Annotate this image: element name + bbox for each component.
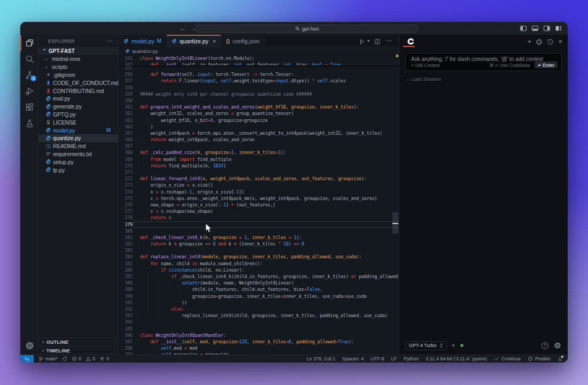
close-tab-icon[interactable]: × xyxy=(213,38,216,44)
command-center-search[interactable]: gpt-fast xyxy=(196,25,418,33)
file-item-quantize.py[interactable]: quantize.py xyxy=(38,134,118,142)
status-3-11-4-64-bit-3-11-4[interactable]: 3.11.4 64-bit ('3.11.4': pyenv) xyxy=(425,356,487,361)
code-area[interactable]: 355356 def forward(self, input: torch.Te… xyxy=(119,55,399,355)
file-item-requirements.txt[interactable]: requirements.txt xyxy=(38,150,118,158)
file-item-generate.py[interactable]: generate.py xyxy=(38,103,118,111)
status-0[interactable]: 0 xyxy=(72,356,81,361)
diamond-file-icon xyxy=(45,72,51,78)
activity-source-control[interactable]: 1 xyxy=(20,67,38,83)
file-item-eval.py[interactable]: eval.py xyxy=(38,95,118,103)
line-number: 356 xyxy=(119,71,133,78)
status-label: Prettier xyxy=(535,356,551,361)
file-item-mixtral-moe[interactable]: ›mixtral-moe xyxy=(38,55,118,63)
indent-guide xyxy=(159,312,159,319)
info-file-icon xyxy=(45,143,51,149)
file-item-GPTQ.py[interactable]: GPTQ.py xyxy=(38,111,118,119)
tab-model.py[interactable]: model.pyM xyxy=(119,35,167,47)
activity-extensions[interactable] xyxy=(20,99,38,115)
explorer-more-icon[interactable]: ⋯ xyxy=(107,37,113,44)
close-panel-icon[interactable]: × xyxy=(558,38,562,45)
file-item-model.py[interactable]: model.pyM xyxy=(38,126,118,134)
run-python-file-icon[interactable] xyxy=(359,37,365,44)
line-number: 383 xyxy=(119,247,133,253)
panel-settings-icon[interactable] xyxy=(554,342,561,349)
status-0[interactable]: 0 xyxy=(86,356,95,361)
tab-config.json[interactable]: {}config.json xyxy=(221,35,265,47)
more-actions-icon[interactable]: ⋯ xyxy=(385,37,392,44)
add-model-button[interactable]: + xyxy=(452,342,455,349)
line-content: weight_int32, scales_and_zeros = group_q… xyxy=(140,110,294,117)
status-ln-379-col-1[interactable]: Ln 379, Col 1 xyxy=(307,356,336,361)
run-dropdown-icon[interactable]: ▾ xyxy=(367,38,369,43)
file-item-CONTRIBUTING.md[interactable]: CONTRIBUTING.md xyxy=(38,87,118,95)
file-label: setup.py xyxy=(53,159,74,165)
code-token: in xyxy=(192,261,197,266)
line-content: c = c.reshape(new_shape) xyxy=(140,208,213,214)
file-item-scripts[interactable]: ›scripts xyxy=(38,63,118,71)
code-token: (out_features,) xyxy=(234,202,275,207)
chat-input[interactable]: Ask anything, '/' for slash commands, '@… xyxy=(405,53,562,71)
line-content: def linear_forward_int4(x, weight_int4pa… xyxy=(140,175,367,182)
code-line-388: 388 setattr(module, name, WeightOnlyInt4… xyxy=(119,280,399,286)
activity-testing[interactable] xyxy=(20,115,38,131)
activity-search[interactable] xyxy=(20,51,38,67)
file-item-.gitignore[interactable]: .gitignore xyxy=(38,71,118,79)
toggle-panel-icon[interactable] xyxy=(531,25,539,32)
code-token: use_cuda xyxy=(336,254,357,259)
status-0[interactable]: 0 xyxy=(99,356,109,361)
python-file-icon xyxy=(45,135,51,141)
tab-quantize.py[interactable]: quantize.py× xyxy=(167,35,221,47)
enter-button[interactable]: ↵ Enter xyxy=(535,61,558,68)
activity-run-and-debug[interactable] xyxy=(20,83,38,99)
frame-icon[interactable] xyxy=(536,38,543,45)
status-prettier[interactable]: Prettier xyxy=(528,356,551,361)
nav-back-icon[interactable]: ← xyxy=(180,25,186,32)
indent-guide xyxy=(148,273,149,280)
code-token: origin_x_size[: xyxy=(179,202,221,207)
status-utf-8[interactable]: UTF-8 xyxy=(370,356,384,361)
new-session-icon[interactable]: + xyxy=(528,37,532,45)
code-line-363: 363 weight_bf16, n_bit=4, groupsize=grou… xyxy=(119,117,399,124)
status-label: 0 xyxy=(106,356,109,361)
code-token xyxy=(140,280,182,286)
file-item-CODE_OF_CONDUCT.md[interactable]: CODE_OF_CONDUCT.md xyxy=(38,79,118,87)
breadcrumb[interactable]: quantize.py xyxy=(119,47,399,55)
last-session-link[interactable]: ← Last Session xyxy=(406,76,568,82)
split-editor-icon[interactable] xyxy=(374,37,381,44)
chevron-down-icon: › xyxy=(42,49,48,53)
indent-guide xyxy=(138,130,138,136)
status-lf[interactable]: LF xyxy=(391,356,397,361)
code-token: forward xyxy=(161,72,179,77)
status-spaces-4[interactable]: Spaces: 4 xyxy=(342,356,363,361)
file-item-README.md[interactable]: README.md xyxy=(38,142,118,150)
status-bell[interactable] xyxy=(558,356,563,361)
status-main-[interactable]: main* xyxy=(38,356,58,361)
remote-indicator[interactable] xyxy=(20,355,34,363)
code-token xyxy=(140,78,161,83)
line-number: 388 xyxy=(119,280,133,286)
toggle-sidebar-icon[interactable] xyxy=(520,25,527,32)
code-token: : xyxy=(223,333,226,338)
branch-icon xyxy=(38,356,44,361)
help-icon[interactable]: ? xyxy=(541,342,548,349)
activity-explorer[interactable] xyxy=(20,35,38,51)
toggle-secondary-sidebar-icon[interactable] xyxy=(543,25,551,32)
file-item-tp.py[interactable]: tp.py xyxy=(38,166,118,174)
line-content: new_shape = origin_x_size[:-1] + (out_fe… xyxy=(140,202,275,208)
add-context-button[interactable]: + Add Context xyxy=(411,63,440,68)
history-icon[interactable] xyxy=(547,38,554,45)
file-item-setup.py[interactable]: setup.py xyxy=(38,158,118,166)
model-select[interactable]: GPT-4 Turbo xyxy=(405,341,447,350)
status-python[interactable]: Python xyxy=(404,356,419,361)
manage-gear-button[interactable] xyxy=(20,337,38,353)
use-codebase-hint[interactable]: ⌘ ↵ Use Codebase xyxy=(489,63,530,68)
file-item-LICENSE[interactable]: LICENSE xyxy=(38,118,118,126)
sidebar-section-timeline[interactable]: ›TIMELINE xyxy=(38,346,118,355)
status-sync[interactable] xyxy=(62,356,67,361)
workspace-root-folder[interactable]: › GPT-FAST xyxy=(38,47,118,55)
customize-layout-icon[interactable] xyxy=(555,25,562,32)
sidebar-section-outline[interactable]: ›OUTLINE xyxy=(38,337,118,346)
continue-logo-icon[interactable] xyxy=(407,37,415,45)
status-continue[interactable]: Continue xyxy=(494,356,521,361)
indent-guide xyxy=(159,293,159,299)
